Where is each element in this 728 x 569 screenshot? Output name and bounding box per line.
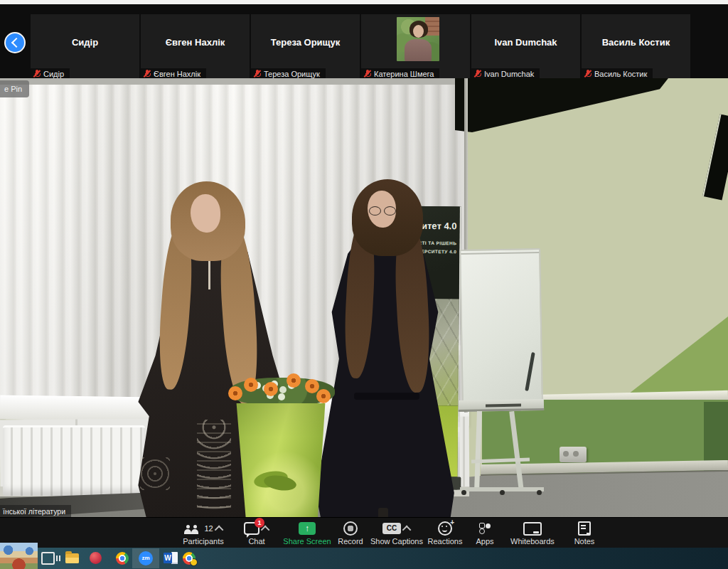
ceiling-tv: [455, 78, 668, 132]
apps-button[interactable]: Apps: [468, 521, 502, 546]
radiator: [3, 425, 145, 496]
participant-tile[interactable]: Василь Костик Василь Костик: [582, 14, 690, 81]
participant-label-text: Ivan Dumchak: [484, 70, 534, 78]
participant-name: Ivan Dumchak: [471, 14, 580, 70]
mic-muted-icon: [364, 70, 371, 78]
participant-label-text: Катерина Шмега: [374, 70, 434, 78]
wall-accent-triangle: [626, 317, 728, 396]
mic-muted-icon: [33, 70, 41, 78]
back-icon: [11, 38, 21, 48]
flipchart-wheel: [461, 490, 466, 495]
participant-tile[interactable]: Ivan Dumchak Ivan Dumchak: [471, 14, 580, 81]
plus-icon: +: [450, 519, 454, 526]
participant-name: Тереза Орищук: [251, 14, 360, 70]
participant-label-text: Сидір: [43, 70, 64, 78]
gerbera-flower: [264, 382, 278, 396]
feet: [378, 508, 388, 517]
main-video[interactable]: ерситет 4.0 ЯКОСТІ ТА РІШЕНЬ ІВЕРСИТЕТУ …: [0, 78, 728, 517]
app-button-red[interactable]: [90, 552, 102, 564]
file-explorer-button[interactable]: [65, 552, 79, 563]
gerbera-flower: [244, 378, 258, 392]
flipchart: [459, 245, 547, 498]
participants-count: 12: [204, 524, 213, 533]
record-icon: [343, 521, 358, 536]
zoom-app-button[interactable]: zm: [139, 551, 153, 565]
dress-tassel: [208, 260, 210, 289]
photo-jacket: [405, 39, 432, 61]
share-screen-button[interactable]: ↑ Share Screen: [277, 521, 338, 546]
chat-label: Chat: [233, 537, 280, 546]
word-button[interactable]: W: [164, 552, 178, 564]
share-screen-label: Share Screen: [277, 537, 338, 546]
participant-tile[interactable]: Сидір Сидір: [31, 14, 139, 81]
participant-label-text: Тереза Орищук: [264, 70, 320, 78]
participant-label-text: Василь Костик: [594, 70, 647, 78]
show-captions-label: Show Captions: [364, 537, 429, 546]
flipchart-wheel: [500, 490, 505, 495]
participants-icon: [183, 523, 200, 534]
green-wrap: [235, 403, 327, 517]
task-view-button[interactable]: [41, 552, 55, 565]
side-tv: [702, 114, 728, 200]
chevron-up-icon[interactable]: [402, 525, 412, 534]
participant-name: Василь Костик: [582, 14, 690, 70]
participant-photo: [397, 17, 439, 61]
gerbera-flower: [316, 389, 331, 403]
chat-button[interactable]: 1 Chat: [233, 521, 280, 546]
face: [191, 194, 220, 233]
zoom-meeting-window: Сидір Сидір Євген Нахлік Євген Нахлік Те…: [0, 0, 728, 569]
gerbera-flower: [287, 373, 301, 388]
folder-icon: [65, 553, 79, 563]
notes-label: Notes: [566, 537, 603, 546]
mic-muted-icon: [474, 70, 481, 78]
windows-taskbar: [0, 548, 728, 569]
whiteboards-label: Whiteboards: [503, 537, 562, 546]
chrome-icon: [116, 552, 129, 565]
participant-tile[interactable]: Євген Нахлік Євген Нахлік: [141, 14, 250, 81]
blinds-rail: [0, 78, 468, 85]
desktop-artwork: [0, 543, 38, 569]
chrome-button[interactable]: [116, 552, 129, 565]
participants-button[interactable]: 12 Participants: [166, 521, 240, 546]
reactions-button[interactable]: + Reactions: [422, 521, 468, 546]
glasses: [369, 206, 397, 216]
back-button[interactable]: [6, 33, 24, 52]
photo-face: [413, 25, 424, 38]
chrome-profile-badge: [190, 558, 198, 566]
show-captions-button[interactable]: CC Show Captions: [364, 521, 429, 546]
dress-belt: [354, 393, 419, 400]
flipchart-leg: [474, 411, 482, 491]
meeting-toolbar: 12 Participants 1 Chat ↑ Share Screen Re…: [0, 517, 728, 548]
participant-tile[interactable]: Тереза Орищук Тереза Орищук: [251, 14, 360, 81]
whiteboards-button[interactable]: Whiteboards: [503, 521, 562, 546]
power-outlet: [560, 447, 587, 462]
chrome-icon: [183, 552, 196, 565]
notes-icon: [578, 521, 591, 536]
embroidery-cuff: [140, 457, 170, 490]
reactions-icon: +: [438, 521, 452, 536]
apps-icon: [479, 523, 491, 534]
reactions-label: Reactions: [422, 537, 468, 546]
zoom-icon: zm: [139, 551, 153, 565]
flower-arrangement: [224, 359, 341, 517]
mic-muted-icon: [144, 70, 151, 78]
chrome-profile-button[interactable]: [183, 552, 196, 565]
participant-tile[interactable]: Катерина Шмега: [361, 14, 470, 81]
participants-label: Participants: [166, 537, 240, 546]
participant-name: Євген Нахлік: [141, 14, 250, 70]
pin-badge[interactable]: e Pin: [0, 80, 29, 97]
participants-filmstrip: Сидір Сидір Євген Нахлік Євген Нахлік Те…: [0, 4, 728, 78]
chevron-up-icon[interactable]: [214, 525, 223, 534]
participant-name: Сидір: [31, 14, 139, 70]
gerbera-flower: [228, 386, 242, 400]
mic-muted-icon: [584, 70, 592, 78]
captions-icon: CC: [382, 523, 401, 534]
flipchart-tray: [459, 399, 544, 412]
flipchart-leg: [509, 411, 524, 491]
flipchart-board: [459, 248, 543, 403]
share-screen-icon: ↑: [299, 522, 316, 535]
notes-button[interactable]: Notes: [566, 521, 603, 546]
participant-label-text: Євген Нахлік: [154, 70, 200, 78]
active-speaker-label: їнської літератури: [0, 505, 71, 518]
mic-muted-icon: [254, 70, 261, 78]
